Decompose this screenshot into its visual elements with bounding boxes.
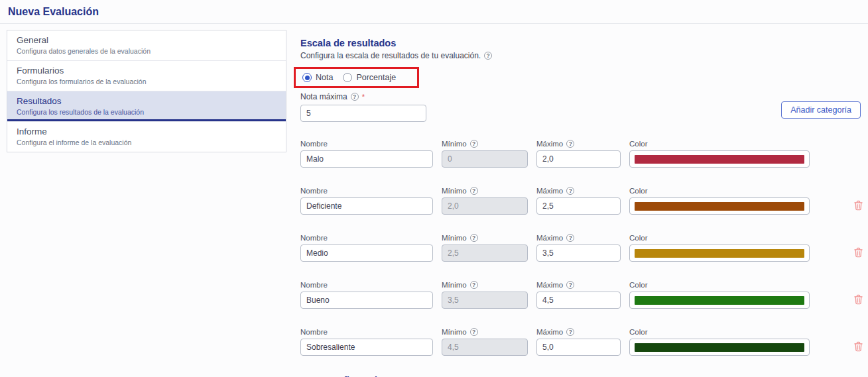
column-label-color: Color	[629, 281, 647, 289]
max-score-input[interactable]	[300, 105, 426, 122]
sidebar: General Configura datos generales de la …	[7, 30, 286, 152]
sidebar-item-description: Configura los resultados de la evaluació…	[17, 108, 277, 116]
page-title: Nueva Evaluación	[8, 6, 860, 18]
category-color-swatch	[635, 155, 804, 164]
category-row: Nombre Mínimo ? Máximo ? Color	[300, 140, 868, 168]
category-max-input[interactable]	[536, 292, 621, 309]
column-label-color: Color	[629, 187, 647, 195]
help-icon[interactable]: ?	[351, 93, 359, 101]
radio-option-label: Nota	[316, 73, 333, 82]
column-label-max: Máximo	[536, 328, 563, 336]
help-icon[interactable]: ?	[470, 234, 478, 242]
help-icon[interactable]: ?	[566, 187, 574, 195]
sidebar-item-description: Configura el informe de la evaluación	[17, 138, 277, 146]
category-color-picker[interactable]	[629, 339, 810, 356]
category-color-picker[interactable]	[629, 150, 810, 168]
column-label-max: Máximo	[536, 234, 563, 242]
column-label-min: Mínimo	[442, 328, 467, 336]
category-color-swatch	[635, 249, 804, 258]
column-label-name: Nombre	[300, 281, 328, 289]
column-label-name: Nombre	[300, 187, 328, 195]
category-color-picker[interactable]	[629, 197, 810, 215]
sidebar-item-label: Formularios	[17, 66, 277, 76]
help-icon[interactable]: ?	[566, 234, 574, 242]
category-min-input	[442, 339, 528, 356]
help-icon[interactable]: ?	[484, 52, 492, 60]
radio-circle-icon	[343, 73, 352, 82]
help-icon[interactable]: ?	[470, 140, 478, 148]
sidebar-item-label: General	[17, 35, 277, 45]
radio-option-porcentaje[interactable]: Porcentaje	[343, 73, 396, 82]
category-min-input	[442, 197, 528, 215]
category-color-swatch	[635, 296, 804, 305]
column-label-max: Máximo	[536, 281, 563, 289]
scale-type-radio-group: Nota Porcentaje	[302, 73, 396, 82]
delete-category-button[interactable]	[854, 200, 863, 211]
category-name-input[interactable]	[300, 197, 433, 215]
category-min-input	[442, 292, 528, 309]
radio-option-nota[interactable]: Nota	[302, 73, 333, 82]
category-max-input[interactable]	[536, 244, 621, 262]
category-color-swatch	[635, 343, 804, 352]
annotation-highlight-box: Nota Porcentaje	[294, 67, 419, 88]
column-label-color: Color	[629, 140, 647, 148]
delete-category-button[interactable]	[854, 294, 863, 305]
category-max-input[interactable]	[536, 339, 621, 356]
sidebar-item-resultados[interactable]: Resultados Configura los resultados de l…	[7, 91, 286, 121]
page-header: Nueva Evaluación	[0, 0, 868, 18]
section-title: Escala de resultados	[300, 38, 868, 48]
column-label-color: Color	[629, 234, 647, 242]
sidebar-item-informe[interactable]: Informe Configura el informe de la evalu…	[7, 121, 286, 152]
trash-icon	[854, 294, 863, 305]
sidebar-item-description: Configura los formularios de la evaluaci…	[17, 78, 277, 85]
category-min-input	[442, 150, 528, 168]
add-category-button[interactable]: Añadir categoría	[781, 101, 861, 119]
help-icon[interactable]: ?	[566, 328, 574, 336]
category-color-swatch	[635, 202, 804, 211]
sidebar-item-general[interactable]: General Configura datos generales de la …	[7, 30, 286, 60]
category-name-input[interactable]	[300, 292, 433, 309]
sidebar-item-label: Resultados	[17, 96, 277, 106]
category-min-input	[442, 244, 528, 262]
section-subtitle-text: Configura la escala de resultados de tu …	[300, 51, 481, 60]
sidebar-item-label: Informe	[17, 127, 277, 136]
help-icon[interactable]: ?	[470, 328, 478, 336]
help-icon[interactable]: ?	[470, 187, 478, 195]
column-label-min: Mínimo	[442, 140, 467, 148]
category-row: Nombre Mínimo ? Máximo ? Color	[300, 234, 868, 262]
category-row: Nombre Mínimo ? Máximo ? Color	[300, 187, 868, 215]
trash-icon	[854, 341, 863, 352]
required-asterisk: *	[362, 93, 365, 101]
help-icon[interactable]: ?	[470, 281, 478, 289]
max-score-label: Nota máxima ? *	[300, 92, 868, 101]
category-name-input[interactable]	[300, 244, 433, 262]
category-max-input[interactable]	[536, 197, 621, 215]
column-label-min: Mínimo	[442, 234, 467, 242]
content: General Configura datos generales de la …	[0, 24, 868, 377]
trash-icon	[854, 247, 863, 258]
radio-circle-icon	[302, 73, 312, 82]
max-score-label-text: Nota máxima	[300, 92, 347, 101]
column-label-max: Máximo	[536, 187, 563, 195]
section-subtitle: Configura la escala de resultados de tu …	[300, 51, 868, 60]
category-row: Nombre Mínimo ? Máximo ? Color	[300, 328, 868, 356]
column-label-min: Mínimo	[442, 281, 467, 289]
category-rows: Nombre Mínimo ? Máximo ? Color	[300, 140, 868, 356]
delete-category-button[interactable]	[854, 341, 863, 352]
category-color-picker[interactable]	[629, 244, 810, 262]
category-color-picker[interactable]	[629, 292, 810, 309]
column-label-max: Máximo	[536, 140, 563, 148]
radio-option-label: Porcentaje	[356, 73, 396, 82]
trash-icon	[854, 200, 863, 211]
column-label-name: Nombre	[300, 140, 328, 148]
main-panel: Escala de resultados Configura la escala…	[286, 30, 868, 377]
category-name-input[interactable]	[300, 150, 433, 168]
category-max-input[interactable]	[536, 150, 621, 168]
help-icon[interactable]: ?	[566, 281, 574, 289]
sidebar-item-formularios[interactable]: Formularios Configura los formularios de…	[7, 60, 286, 91]
delete-category-button[interactable]	[854, 247, 863, 258]
help-icon[interactable]: ?	[566, 140, 574, 148]
column-label-name: Nombre	[300, 234, 328, 242]
column-label-min: Mínimo	[442, 187, 467, 195]
category-name-input[interactable]	[300, 339, 433, 356]
